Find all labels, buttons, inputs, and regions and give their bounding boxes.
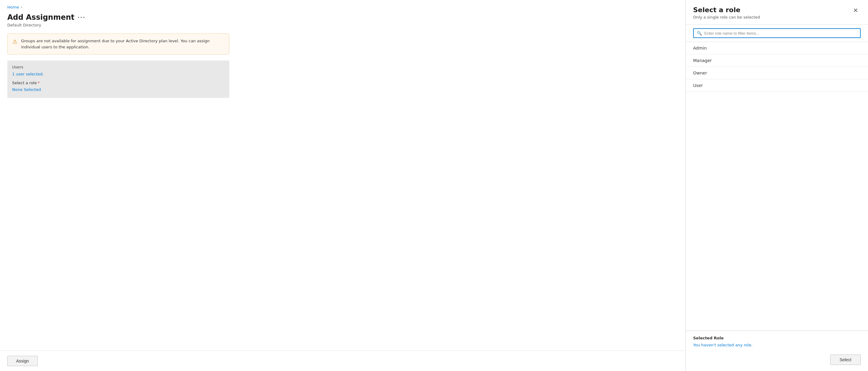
page-title: Add Assignment	[7, 13, 74, 22]
role-item-user[interactable]: User	[686, 80, 868, 92]
panel-footer: Selected Role You haven't selected any r…	[686, 331, 868, 371]
search-input-wrapper: 🔍	[693, 28, 861, 38]
right-panel: Select a role Only a single role can be …	[685, 0, 868, 371]
role-item-admin[interactable]: Admin	[686, 42, 868, 55]
users-section: Users 1 user selected. Select a role* No…	[7, 61, 229, 98]
page-options-button[interactable]: ···	[78, 14, 86, 21]
required-indicator: *	[38, 81, 40, 85]
page-title-container: Add Assignment ···	[7, 13, 678, 22]
main-content: Home › Add Assignment ··· Default Direct…	[0, 0, 685, 371]
user-selected-link[interactable]: 1 user selected.	[12, 72, 224, 76]
search-icon: 🔍	[697, 31, 702, 36]
panel-header: Select a role Only a single role can be …	[686, 0, 868, 25]
role-item-owner[interactable]: Owner	[686, 67, 868, 80]
bottom-bar: Assign	[0, 351, 685, 371]
none-selected-link[interactable]: None Selected	[12, 87, 41, 92]
role-list: Admin Manager Owner User	[686, 42, 868, 331]
close-button[interactable]: ✕	[851, 6, 861, 14]
warning-icon: ⚠	[12, 38, 17, 45]
selected-role-label: Selected Role	[693, 336, 861, 340]
search-container: 🔍	[686, 25, 868, 42]
search-input[interactable]	[704, 31, 857, 36]
selected-role-value: You haven't selected any role.	[693, 343, 861, 347]
breadcrumb: Home ›	[7, 5, 678, 9]
assign-button[interactable]: Assign	[7, 356, 38, 366]
breadcrumb-home-link[interactable]: Home	[7, 5, 19, 9]
warning-text: Groups are not available for assignment …	[21, 38, 224, 50]
panel-title: Select a role	[693, 6, 760, 14]
page-subtitle: Default Directory	[7, 23, 678, 27]
breadcrumb-chevron-icon: ›	[21, 5, 22, 9]
role-item-manager[interactable]: Manager	[686, 55, 868, 67]
selected-role-section: Selected Role You haven't selected any r…	[686, 331, 868, 351]
panel-header-text: Select a role Only a single role can be …	[693, 6, 760, 20]
panel-subtitle: Only a single role can be selected	[693, 15, 760, 20]
select-button-row: Select	[686, 351, 868, 371]
role-field-label: Select a role*	[12, 81, 224, 85]
select-button[interactable]: Select	[830, 354, 861, 365]
users-section-label: Users	[12, 65, 224, 69]
warning-banner: ⚠ Groups are not available for assignmen…	[7, 33, 229, 55]
